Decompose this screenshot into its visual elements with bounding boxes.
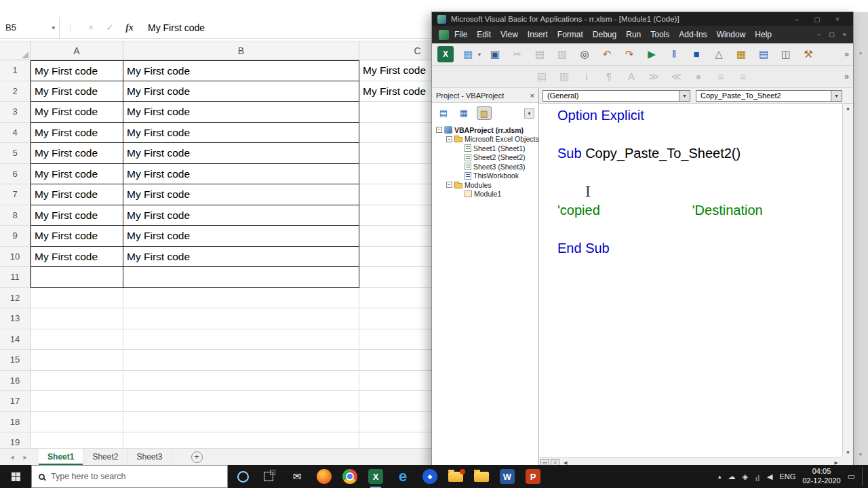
tree-item-module1[interactable]: Module1	[432, 190, 538, 199]
cell-c15[interactable]	[359, 350, 432, 371]
parameter-info-icon[interactable]: ¶	[601, 68, 617, 85]
row-header-8[interactable]: 8	[0, 205, 31, 226]
start-button[interactable]	[0, 465, 31, 488]
cell-c7[interactable]	[359, 184, 432, 205]
uncomment-block-icon[interactable]: ≡	[735, 68, 751, 85]
task-view-icon[interactable]	[264, 472, 273, 481]
chevron-down-icon[interactable]: ▾	[478, 52, 481, 58]
cell-c10[interactable]	[359, 247, 432, 268]
folder-badge-icon[interactable]	[448, 472, 463, 482]
cell-b1[interactable]: My First code	[123, 60, 359, 81]
search-input[interactable]	[51, 472, 207, 481]
project-toolbar-caret-icon[interactable]: ▾	[524, 108, 534, 119]
tree-item-vbaproject-rr-xlsm[interactable]: −VBAProject (rr.xlsm)	[432, 125, 538, 135]
cell-b6[interactable]: My First code	[123, 164, 359, 185]
scroll-up-icon[interactable]: ▲	[843, 104, 853, 113]
cell-a16[interactable]	[31, 371, 123, 392]
word-icon[interactable]: W	[500, 469, 515, 484]
cell-a1[interactable]: My First code	[31, 60, 123, 81]
code-line[interactable]	[557, 125, 842, 144]
cut-icon[interactable]: ✂	[509, 46, 526, 62]
row-header-16[interactable]: 16	[0, 371, 31, 392]
tree-item-sheet3-sheet3[interactable]: Sheet3 (Sheet3)	[432, 162, 538, 171]
child-restore-icon[interactable]: ▢	[829, 31, 835, 38]
cell-b12[interactable]	[123, 288, 359, 309]
view-object-icon[interactable]: ▦	[456, 106, 471, 120]
toolbar-overflow-icon[interactable]: »	[844, 72, 849, 81]
cell-a15[interactable]	[31, 350, 123, 371]
tree-item-modules[interactable]: −Modules	[432, 180, 538, 190]
cell-b15[interactable]	[123, 350, 359, 371]
undo-icon[interactable]: ↶	[599, 46, 615, 62]
new-sheet-button[interactable]: +	[191, 451, 203, 463]
row-header-13[interactable]: 13	[0, 308, 31, 329]
scroll-down-icon[interactable]: ▼	[843, 448, 853, 457]
code-line[interactable]	[557, 220, 842, 239]
app-icon[interactable]: ◆	[422, 469, 437, 484]
cell-c14[interactable]	[359, 329, 432, 350]
cancel-icon[interactable]: ×	[81, 22, 100, 33]
taskbar-search[interactable]	[31, 465, 228, 488]
row-header-10[interactable]: 10	[0, 247, 31, 268]
project-explorer-header[interactable]: Project - VBAProject ×	[432, 88, 538, 103]
row-header-12[interactable]: 12	[0, 288, 31, 309]
code-line[interactable]	[557, 163, 842, 182]
action-center-icon[interactable]: ▭	[848, 472, 855, 481]
cell-a2[interactable]: My First code	[31, 81, 123, 102]
row-header-14[interactable]: 14	[0, 329, 31, 350]
clock[interactable]: 04:05 02-12-2020	[802, 467, 840, 486]
row-header-6[interactable]: 6	[0, 164, 31, 185]
excel-icon[interactable]: X	[368, 469, 383, 484]
view-code-icon[interactable]: ▤	[436, 106, 451, 120]
cell-a14[interactable]	[31, 329, 123, 350]
child-minimize-icon[interactable]: –	[817, 31, 821, 38]
cell-c13[interactable]	[359, 308, 432, 329]
paste-icon[interactable]: ▥	[554, 46, 570, 62]
menu-tools[interactable]: Tools	[650, 30, 669, 39]
column-header-a[interactable]: A	[31, 41, 123, 60]
insert-userform-icon[interactable]: ▦	[460, 46, 476, 62]
cell-c2[interactable]: My First code	[359, 81, 432, 102]
minimize-icon[interactable]: –	[787, 16, 807, 23]
comment-block-icon[interactable]: ≡	[713, 68, 729, 85]
name-box-dropdown-icon[interactable]: ▾	[52, 24, 55, 31]
menu-help[interactable]: Help	[755, 30, 772, 39]
outdent-icon[interactable]: ≪	[668, 68, 684, 85]
formula-bar-input[interactable]: My First code	[140, 22, 432, 33]
row-header-2[interactable]: 2	[0, 81, 31, 102]
menu-insert[interactable]: Insert	[528, 30, 548, 39]
toggle-folders-icon[interactable]: ▨	[477, 106, 492, 120]
vertical-scrollbar[interactable]: ▲ ▼	[842, 104, 853, 457]
row-header-17[interactable]: 17	[0, 391, 31, 412]
cell-c8[interactable]	[359, 205, 432, 226]
menu-edit[interactable]: Edit	[477, 30, 491, 39]
run-icon[interactable]: ▶	[644, 46, 660, 62]
cell-a12[interactable]	[31, 288, 123, 309]
menu-add-ins[interactable]: Add-Ins	[679, 30, 707, 39]
cell-a19[interactable]	[31, 432, 123, 448]
restore-icon[interactable]: ▢	[807, 16, 827, 23]
code-editor[interactable]: I Option ExplicitSub Copy_Paste_To_Sheet…	[539, 104, 842, 457]
row-header-4[interactable]: 4	[0, 123, 31, 144]
sheet-tab-sheet2[interactable]: Sheet2	[83, 449, 127, 465]
row-header-15[interactable]: 15	[0, 350, 31, 371]
indent-icon[interactable]: ≫	[646, 68, 662, 85]
cell-c5[interactable]	[359, 143, 432, 164]
cell-b9[interactable]: My First code	[123, 226, 359, 247]
cell-b4[interactable]: My First code	[123, 123, 359, 144]
cell-b3[interactable]: My First code	[123, 102, 359, 123]
collapse-icon[interactable]: −	[436, 127, 442, 133]
scroll-up-icon[interactable]: ▲	[853, 50, 868, 55]
column-header-b[interactable]: B	[123, 41, 359, 60]
project-explorer-icon[interactable]: ▦	[733, 46, 749, 62]
mail-icon[interactable]: ✉	[288, 468, 306, 485]
redo-icon[interactable]: ↷	[621, 46, 637, 62]
volume-icon[interactable]: ◀	[767, 472, 772, 481]
powerpoint-icon[interactable]: P	[526, 469, 540, 484]
cell-c19[interactable]	[359, 432, 432, 448]
cell-c12[interactable]	[359, 288, 432, 309]
procedure-dropdown[interactable]: Copy_Paste_To_Sheet2 ▾	[696, 90, 842, 102]
code-line[interactable]: 'copied'Destination	[557, 201, 842, 220]
menu-view[interactable]: View	[500, 30, 518, 39]
close-icon[interactable]: ×	[827, 16, 848, 23]
